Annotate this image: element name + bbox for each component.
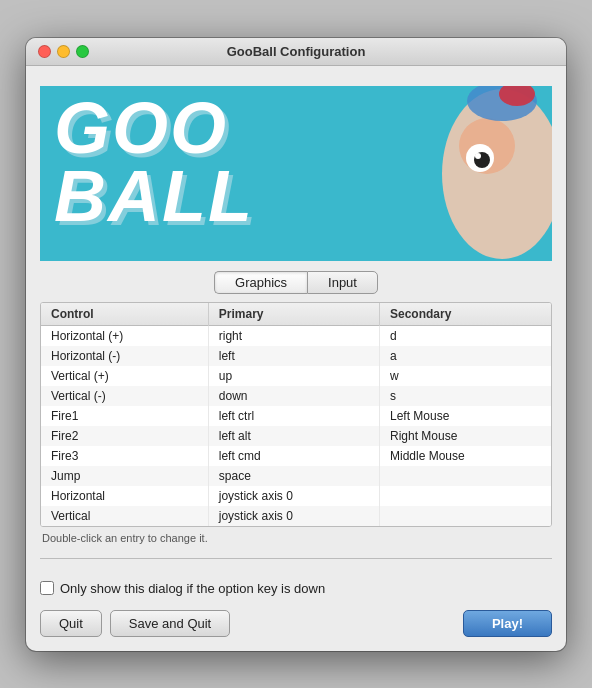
controls-table: Control Primary Secondary Horizontal (+)… — [41, 303, 551, 526]
col-primary: Primary — [208, 303, 379, 326]
cell-9-0: Vertical — [41, 506, 208, 526]
cell-0-0: Horizontal (+) — [41, 325, 208, 346]
cell-7-0: Jump — [41, 466, 208, 486]
checkbox-label: Only show this dialog if the option key … — [60, 581, 325, 596]
cell-6-2: Middle Mouse — [379, 446, 551, 466]
option-key-checkbox[interactable] — [40, 581, 54, 595]
maximize-button[interactable] — [76, 45, 89, 58]
cell-6-0: Fire3 — [41, 446, 208, 466]
cell-3-0: Vertical (-) — [41, 386, 208, 406]
banner-text-line2: BALL — [54, 162, 254, 230]
titlebar: GooBall Configuration — [26, 38, 566, 66]
minimize-button[interactable] — [57, 45, 70, 58]
cell-2-1: up — [208, 366, 379, 386]
cell-9-1: joystick axis 0 — [208, 506, 379, 526]
cell-1-2: a — [379, 346, 551, 366]
traffic-lights — [38, 45, 89, 58]
table-row[interactable]: Fire1left ctrlLeft Mouse — [41, 406, 551, 426]
cell-5-1: left alt — [208, 426, 379, 446]
quit-button[interactable]: Quit — [40, 610, 102, 637]
window-title: GooBall Configuration — [227, 44, 366, 59]
col-secondary: Secondary — [379, 303, 551, 326]
cell-2-2: w — [379, 366, 551, 386]
button-row: Quit Save and Quit Play! — [40, 610, 552, 637]
cell-3-1: down — [208, 386, 379, 406]
table-row[interactable]: Verticaljoystick axis 0 — [41, 506, 551, 526]
cell-5-0: Fire2 — [41, 426, 208, 446]
table-row[interactable]: Horizontal (+)rightd — [41, 325, 551, 346]
table-row[interactable]: Fire2left altRight Mouse — [41, 426, 551, 446]
tab-input[interactable]: Input — [307, 271, 378, 294]
cell-1-0: Horizontal (-) — [41, 346, 208, 366]
play-button[interactable]: Play! — [463, 610, 552, 637]
table-row[interactable]: Horizontal (-)lefta — [41, 346, 551, 366]
hint-text: Double-click an entry to change it. — [42, 532, 552, 544]
cell-9-2 — [379, 506, 551, 526]
tab-graphics[interactable]: Graphics — [214, 271, 307, 294]
cell-2-0: Vertical (+) — [41, 366, 208, 386]
cell-0-2: d — [379, 325, 551, 346]
cell-4-2: Left Mouse — [379, 406, 551, 426]
cell-6-1: left cmd — [208, 446, 379, 466]
save-and-quit-button[interactable]: Save and Quit — [110, 610, 230, 637]
cell-4-1: left ctrl — [208, 406, 379, 426]
cell-7-1: space — [208, 466, 379, 486]
main-window: GooBall Configuration GOO BALL — [26, 38, 566, 651]
cell-8-1: joystick axis 0 — [208, 486, 379, 506]
close-button[interactable] — [38, 45, 51, 58]
table-row[interactable]: Vertical (-)downs — [41, 386, 551, 406]
table-row[interactable]: Fire3left cmdMiddle Mouse — [41, 446, 551, 466]
controls-table-container: Control Primary Secondary Horizontal (+)… — [40, 302, 552, 527]
cell-3-2: s — [379, 386, 551, 406]
table-row[interactable]: Horizontaljoystick axis 0 — [41, 486, 551, 506]
tab-bar: Graphics Input — [40, 271, 552, 294]
svg-point-4 — [475, 153, 481, 159]
table-header-row: Control Primary Secondary — [41, 303, 551, 326]
table-row[interactable]: Vertical (+)upw — [41, 366, 551, 386]
bottom-section: Only show this dialog if the option key … — [26, 559, 566, 651]
banner-character — [392, 86, 552, 261]
cell-0-1: right — [208, 325, 379, 346]
checkbox-row: Only show this dialog if the option key … — [40, 581, 552, 596]
banner-text-line1: GOO — [54, 94, 228, 162]
cell-8-0: Horizontal — [41, 486, 208, 506]
cell-1-1: left — [208, 346, 379, 366]
col-control: Control — [41, 303, 208, 326]
content-area: Graphics Input Control Primary Secondary… — [26, 261, 566, 558]
cell-8-2 — [379, 486, 551, 506]
cell-7-2 — [379, 466, 551, 486]
cell-4-0: Fire1 — [41, 406, 208, 426]
table-row[interactable]: Jumpspace — [41, 466, 551, 486]
banner-image: GOO BALL — [40, 86, 552, 261]
cell-5-2: Right Mouse — [379, 426, 551, 446]
